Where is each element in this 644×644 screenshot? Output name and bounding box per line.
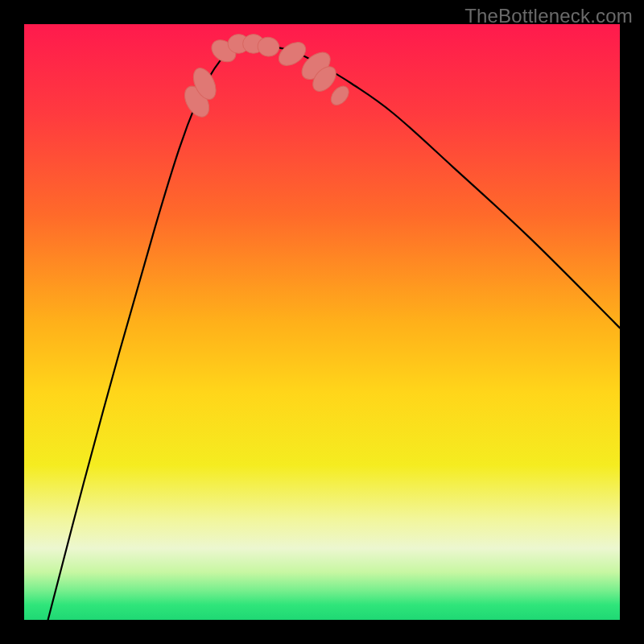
chart-frame: TheBottleneck.com — [0, 0, 644, 644]
curve-marker — [328, 83, 353, 109]
curve-markers — [24, 24, 620, 620]
plot-area — [24, 24, 620, 620]
watermark-text: TheBottleneck.com — [464, 5, 633, 27]
